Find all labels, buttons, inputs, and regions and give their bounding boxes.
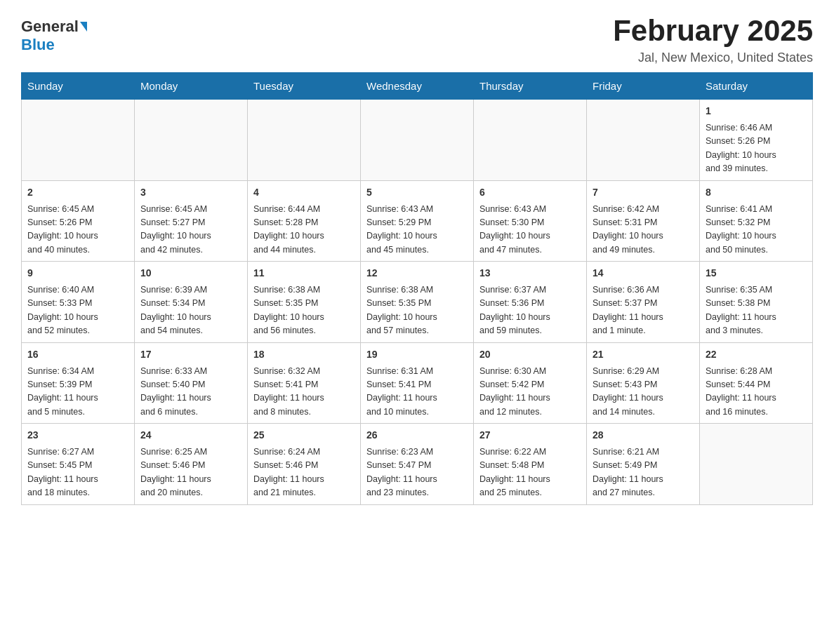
day-number: 17 bbox=[140, 347, 241, 362]
day-info: Sunrise: 6:36 AM Sunset: 5:37 PM Dayligh… bbox=[593, 283, 694, 338]
calendar-cell: 19Sunrise: 6:31 AM Sunset: 5:41 PM Dayli… bbox=[361, 342, 474, 424]
day-info: Sunrise: 6:39 AM Sunset: 5:34 PM Dayligh… bbox=[140, 283, 241, 338]
calendar-cell bbox=[248, 100, 361, 181]
day-info: Sunrise: 6:42 AM Sunset: 5:31 PM Dayligh… bbox=[593, 203, 694, 257]
day-info: Sunrise: 6:22 AM Sunset: 5:48 PM Dayligh… bbox=[479, 445, 581, 500]
day-info: Sunrise: 6:44 AM Sunset: 5:28 PM Dayligh… bbox=[253, 203, 355, 257]
day-info: Sunrise: 6:21 AM Sunset: 5:49 PM Dayligh… bbox=[593, 445, 694, 500]
page-header: General Blue February 2025 Jal, New Mexi… bbox=[21, 14, 813, 65]
day-number: 3 bbox=[140, 185, 241, 200]
day-number: 6 bbox=[479, 185, 581, 200]
day-number: 21 bbox=[593, 347, 694, 362]
week-row-4: 16Sunrise: 6:34 AM Sunset: 5:39 PM Dayli… bbox=[22, 342, 813, 424]
day-info: Sunrise: 6:37 AM Sunset: 5:36 PM Dayligh… bbox=[479, 283, 581, 338]
day-info: Sunrise: 6:38 AM Sunset: 5:35 PM Dayligh… bbox=[366, 283, 468, 338]
day-header-thursday: Thursday bbox=[474, 73, 587, 100]
calendar-cell: 15Sunrise: 6:35 AM Sunset: 5:38 PM Dayli… bbox=[700, 262, 813, 343]
day-header-wednesday: Wednesday bbox=[361, 73, 474, 100]
calendar-cell: 24Sunrise: 6:25 AM Sunset: 5:46 PM Dayli… bbox=[135, 424, 248, 505]
calendar-cell: 1Sunrise: 6:46 AM Sunset: 5:26 PM Daylig… bbox=[700, 100, 813, 181]
logo: General Blue bbox=[21, 14, 87, 54]
day-info: Sunrise: 6:31 AM Sunset: 5:41 PM Dayligh… bbox=[366, 365, 468, 420]
calendar-cell: 9Sunrise: 6:40 AM Sunset: 5:33 PM Daylig… bbox=[22, 262, 135, 343]
calendar-cell: 6Sunrise: 6:43 AM Sunset: 5:30 PM Daylig… bbox=[474, 180, 587, 262]
title-section: February 2025 Jal, New Mexico, United St… bbox=[613, 14, 813, 65]
calendar-cell: 13Sunrise: 6:37 AM Sunset: 5:36 PM Dayli… bbox=[474, 262, 587, 343]
calendar-cell: 27Sunrise: 6:22 AM Sunset: 5:48 PM Dayli… bbox=[474, 424, 587, 505]
calendar-cell bbox=[700, 424, 813, 505]
day-info: Sunrise: 6:35 AM Sunset: 5:38 PM Dayligh… bbox=[706, 283, 807, 338]
calendar-cell: 20Sunrise: 6:30 AM Sunset: 5:42 PM Dayli… bbox=[474, 342, 587, 424]
week-row-3: 9Sunrise: 6:40 AM Sunset: 5:33 PM Daylig… bbox=[22, 262, 813, 343]
day-number: 16 bbox=[27, 347, 128, 362]
day-info: Sunrise: 6:34 AM Sunset: 5:39 PM Dayligh… bbox=[27, 365, 128, 420]
calendar-cell: 8Sunrise: 6:41 AM Sunset: 5:32 PM Daylig… bbox=[700, 180, 813, 262]
day-info: Sunrise: 6:23 AM Sunset: 5:47 PM Dayligh… bbox=[366, 445, 468, 500]
calendar-title: February 2025 bbox=[613, 14, 813, 48]
day-number: 22 bbox=[706, 347, 807, 362]
week-row-1: 1Sunrise: 6:46 AM Sunset: 5:26 PM Daylig… bbox=[22, 100, 813, 181]
day-number: 28 bbox=[593, 428, 694, 443]
day-info: Sunrise: 6:45 AM Sunset: 5:27 PM Dayligh… bbox=[140, 203, 241, 257]
calendar-cell: 11Sunrise: 6:38 AM Sunset: 5:35 PM Dayli… bbox=[248, 262, 361, 343]
day-info: Sunrise: 6:43 AM Sunset: 5:29 PM Dayligh… bbox=[366, 203, 468, 257]
week-row-2: 2Sunrise: 6:45 AM Sunset: 5:26 PM Daylig… bbox=[22, 180, 813, 262]
day-number: 26 bbox=[366, 428, 468, 443]
calendar-cell bbox=[22, 100, 135, 181]
day-number: 12 bbox=[366, 266, 468, 281]
calendar-cell: 28Sunrise: 6:21 AM Sunset: 5:49 PM Dayli… bbox=[587, 424, 700, 505]
day-number: 24 bbox=[140, 428, 241, 443]
day-info: Sunrise: 6:43 AM Sunset: 5:30 PM Dayligh… bbox=[479, 203, 581, 257]
day-info: Sunrise: 6:46 AM Sunset: 5:26 PM Dayligh… bbox=[706, 121, 807, 176]
calendar-cell bbox=[587, 100, 700, 181]
calendar-header: SundayMondayTuesdayWednesdayThursdayFrid… bbox=[22, 73, 813, 100]
calendar-cell: 23Sunrise: 6:27 AM Sunset: 5:45 PM Dayli… bbox=[22, 424, 135, 505]
calendar-table: SundayMondayTuesdayWednesdayThursdayFrid… bbox=[21, 72, 813, 505]
day-number: 25 bbox=[253, 428, 355, 443]
day-info: Sunrise: 6:27 AM Sunset: 5:45 PM Dayligh… bbox=[27, 445, 128, 500]
day-number: 9 bbox=[27, 266, 128, 281]
day-info: Sunrise: 6:24 AM Sunset: 5:46 PM Dayligh… bbox=[253, 445, 355, 500]
day-number: 18 bbox=[253, 347, 355, 362]
day-number: 14 bbox=[593, 266, 694, 281]
logo-arrow-icon bbox=[80, 22, 87, 32]
day-header-monday: Monday bbox=[135, 73, 248, 100]
day-number: 13 bbox=[479, 266, 581, 281]
week-row-5: 23Sunrise: 6:27 AM Sunset: 5:45 PM Dayli… bbox=[22, 424, 813, 505]
calendar-cell bbox=[361, 100, 474, 181]
calendar-cell: 5Sunrise: 6:43 AM Sunset: 5:29 PM Daylig… bbox=[361, 180, 474, 262]
logo-general-text: General bbox=[21, 18, 79, 36]
calendar-cell: 3Sunrise: 6:45 AM Sunset: 5:27 PM Daylig… bbox=[135, 180, 248, 262]
calendar-cell: 26Sunrise: 6:23 AM Sunset: 5:47 PM Dayli… bbox=[361, 424, 474, 505]
day-header-saturday: Saturday bbox=[700, 73, 813, 100]
day-number: 19 bbox=[366, 347, 468, 362]
calendar-cell: 12Sunrise: 6:38 AM Sunset: 5:35 PM Dayli… bbox=[361, 262, 474, 343]
calendar-cell: 14Sunrise: 6:36 AM Sunset: 5:37 PM Dayli… bbox=[587, 262, 700, 343]
day-number: 20 bbox=[479, 347, 581, 362]
day-info: Sunrise: 6:32 AM Sunset: 5:41 PM Dayligh… bbox=[253, 365, 355, 420]
day-number: 4 bbox=[253, 185, 355, 200]
calendar-cell bbox=[135, 100, 248, 181]
calendar-body: 1Sunrise: 6:46 AM Sunset: 5:26 PM Daylig… bbox=[22, 100, 813, 505]
calendar-cell: 10Sunrise: 6:39 AM Sunset: 5:34 PM Dayli… bbox=[135, 262, 248, 343]
day-header-tuesday: Tuesday bbox=[248, 73, 361, 100]
day-info: Sunrise: 6:25 AM Sunset: 5:46 PM Dayligh… bbox=[140, 445, 241, 500]
calendar-cell: 16Sunrise: 6:34 AM Sunset: 5:39 PM Dayli… bbox=[22, 342, 135, 424]
calendar-cell: 18Sunrise: 6:32 AM Sunset: 5:41 PM Dayli… bbox=[248, 342, 361, 424]
day-info: Sunrise: 6:33 AM Sunset: 5:40 PM Dayligh… bbox=[140, 365, 241, 420]
day-info: Sunrise: 6:40 AM Sunset: 5:33 PM Dayligh… bbox=[27, 283, 128, 338]
day-info: Sunrise: 6:28 AM Sunset: 5:44 PM Dayligh… bbox=[706, 365, 807, 420]
day-info: Sunrise: 6:29 AM Sunset: 5:43 PM Dayligh… bbox=[593, 365, 694, 420]
calendar-cell: 17Sunrise: 6:33 AM Sunset: 5:40 PM Dayli… bbox=[135, 342, 248, 424]
day-info: Sunrise: 6:45 AM Sunset: 5:26 PM Dayligh… bbox=[27, 203, 128, 257]
day-header-friday: Friday bbox=[587, 73, 700, 100]
day-number: 23 bbox=[27, 428, 128, 443]
day-info: Sunrise: 6:30 AM Sunset: 5:42 PM Dayligh… bbox=[479, 365, 581, 420]
day-number: 15 bbox=[706, 266, 807, 281]
day-number: 7 bbox=[593, 185, 694, 200]
day-number: 11 bbox=[253, 266, 355, 281]
calendar-subtitle: Jal, New Mexico, United States bbox=[613, 51, 813, 65]
day-info: Sunrise: 6:38 AM Sunset: 5:35 PM Dayligh… bbox=[253, 283, 355, 338]
day-number: 5 bbox=[366, 185, 468, 200]
logo-blue-text: Blue bbox=[21, 36, 55, 53]
